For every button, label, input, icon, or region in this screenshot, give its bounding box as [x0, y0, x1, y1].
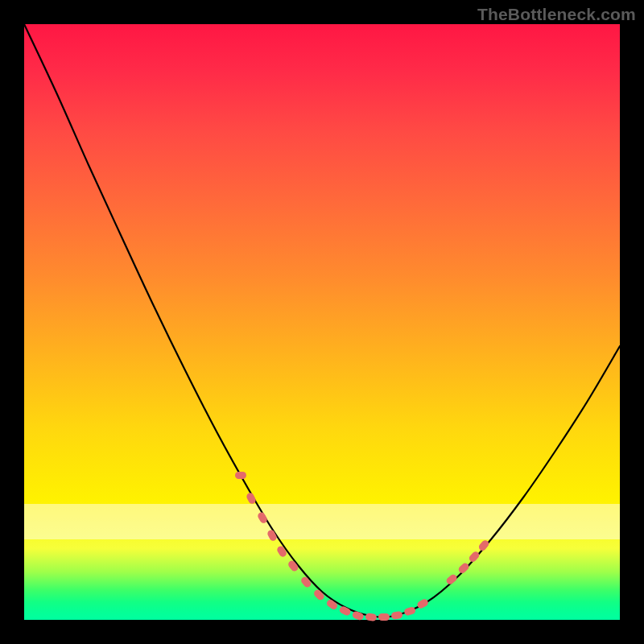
curve-svg: [24, 24, 620, 620]
svg-rect-19: [468, 550, 481, 563]
svg-rect-12: [365, 613, 377, 621]
svg-rect-8: [312, 588, 325, 601]
svg-rect-9: [325, 598, 339, 611]
svg-rect-1: [235, 472, 246, 479]
svg-rect-10: [338, 605, 352, 617]
svg-rect-14: [391, 611, 403, 620]
plot-area: [24, 24, 620, 620]
watermark-text: TheBottleneck.com: [477, 5, 636, 24]
svg-rect-6: [287, 559, 299, 573]
chart-frame: TheBottleneck.com: [0, 0, 644, 644]
svg-rect-2: [246, 492, 257, 506]
highlight-dots: [235, 472, 490, 621]
svg-rect-17: [445, 573, 459, 586]
svg-rect-15: [403, 606, 416, 617]
svg-rect-18: [457, 562, 470, 575]
pale-band: [24, 504, 620, 539]
svg-rect-20: [477, 539, 490, 551]
svg-rect-5: [276, 545, 288, 559]
svg-rect-7: [299, 576, 312, 589]
svg-rect-13: [378, 613, 390, 621]
svg-rect-0: [24, 504, 620, 539]
